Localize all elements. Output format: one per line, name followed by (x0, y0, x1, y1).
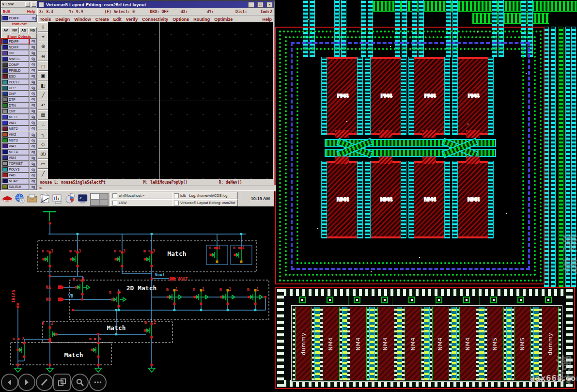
layer-purpose-ncap[interactable]: dg (30, 178, 37, 184)
layer-button-met4[interactable]: MET4 (1, 149, 29, 155)
layer-purpose-topmet[interactable]: dg (30, 161, 37, 167)
layer-button-met2[interactable]: MET2 (1, 125, 29, 131)
word-processor-icon[interactable] (39, 192, 51, 205)
task-button[interactable]: icfb - Log: /home/wh/CDS.log (172, 192, 238, 199)
search-button[interactable] (71, 374, 89, 391)
layer-button-esd[interactable]: ESD (1, 73, 29, 79)
copy-icon[interactable]: ▣ (38, 71, 48, 80)
layer-button-cnt[interactable]: CNT (1, 108, 29, 114)
layer-button-pad[interactable]: PAD (1, 172, 29, 178)
layer-purpose-met2[interactable]: dg (30, 125, 37, 131)
move-icon[interactable]: ◧ (38, 81, 48, 90)
path-icon[interactable]: ╱ (38, 91, 48, 100)
maximize-icon[interactable]: □ (257, 2, 264, 8)
layer-button-comp[interactable]: COMP (1, 62, 29, 67)
menu-help[interactable]: Help (262, 17, 272, 22)
layer-purpose-met4[interactable]: dg (30, 149, 37, 155)
rotate-icon[interactable]: ↶ (38, 101, 48, 110)
task-button[interactable]: LSW (110, 199, 173, 206)
layer-purpose-poly2[interactable]: dg (30, 79, 37, 85)
lsw-filter-nv[interactable]: NV (11, 27, 19, 33)
layer-button-pfield[interactable]: PFIELD (1, 67, 29, 73)
polygon-icon[interactable]: ◇ (38, 140, 48, 149)
layer-button-via3[interactable]: VIA3 (1, 143, 29, 149)
maximize-icon[interactable]: ▫ (31, 2, 36, 7)
layer-purpose-via3[interactable]: dg (30, 143, 37, 149)
menu-optimize[interactable]: Optimize (214, 17, 233, 22)
layer-button-topmet[interactable]: TOPMET (1, 161, 29, 167)
virtuoso-titlebar[interactable]: Virtuoso® Layout Editing: csm25rf test l… (37, 1, 274, 8)
menu-options[interactable]: Options (172, 17, 189, 22)
layer-purpose-comp[interactable]: dg (30, 62, 37, 67)
layer-button-dtn[interactable]: DTN (1, 102, 29, 108)
layer-button-dnp[interactable]: DNP (1, 91, 29, 96)
menu-edit[interactable]: Edit (113, 17, 122, 22)
layer-button-dtp[interactable]: DTP (1, 96, 29, 102)
workspace-pager[interactable] (90, 193, 109, 206)
layer-button-via1[interactable]: VIA1 (1, 120, 29, 125)
layer-button-dpp[interactable]: DPP (1, 85, 29, 91)
lsw-current-layer[interactable]: PDIFF dg (1, 15, 37, 22)
menu-tools[interactable]: Tools (40, 17, 51, 22)
layer-purpose-met1[interactable]: dg (30, 114, 37, 120)
layer-button-ncap[interactable]: NCAP (1, 178, 29, 184)
terminal-icon[interactable]: >_ (77, 192, 89, 205)
ruler-icon[interactable]: ╱ (38, 169, 48, 178)
zoom-out-icon[interactable]: ⊖ (38, 52, 48, 61)
menu-window[interactable]: Window (74, 17, 91, 22)
presentation-icon[interactable] (51, 192, 64, 205)
layout-edit-canvas[interactable] (48, 22, 273, 179)
spreadsheet-icon[interactable] (64, 192, 77, 205)
prev-button[interactable] (1, 374, 18, 391)
layer-purpose-esd[interactable]: dg (30, 73, 37, 79)
layer-purpose-dnp[interactable]: dg (30, 91, 37, 96)
copy-button[interactable] (53, 374, 71, 391)
layer-button-met3[interactable]: MET3 (1, 138, 29, 143)
layer-purpose-ndiff[interactable]: dg (30, 44, 37, 50)
layer-purpose-pad[interactable]: dg (30, 172, 37, 178)
more-button[interactable] (89, 374, 107, 391)
menu-routing[interactable]: Routing (193, 17, 210, 22)
layer-button-ndiff[interactable]: NDIFF (1, 44, 29, 50)
layer-purpose-dtp[interactable]: dg (30, 96, 37, 102)
lsw-filter-av[interactable]: AV (1, 27, 10, 33)
minimize-icon[interactable]: – (25, 2, 30, 7)
layer-purpose-poly3[interactable]: dg (30, 167, 37, 172)
layer-button-poly2[interactable]: POLY2 (1, 79, 29, 85)
redhat-menu-icon[interactable] (1, 192, 14, 205)
layer-button-via4[interactable]: VIA4 (1, 155, 29, 161)
layer-purpose-via4[interactable]: dg (30, 155, 37, 161)
layer-purpose-cnt[interactable]: dg (30, 108, 37, 114)
fit-view-icon[interactable]: ⌖ (38, 32, 48, 41)
close-icon[interactable]: × (266, 2, 273, 8)
layer-purpose-salblk[interactable]: dg (30, 184, 37, 190)
lsw-titlebar[interactable]: ∨ LSW – ▫ (1, 1, 37, 8)
rectangle-icon[interactable]: ▭ (38, 159, 48, 169)
menu-verify[interactable]: Verify (126, 17, 138, 22)
layer-button-poly3[interactable]: POLY3 (1, 167, 29, 172)
menu-create[interactable]: Create (95, 17, 109, 22)
layer-purpose-met3[interactable]: dg (30, 138, 37, 143)
lsw-filter-ns[interactable]: NS (29, 27, 37, 33)
label-icon[interactable]: ab (38, 149, 48, 158)
window-menu-icon[interactable] (39, 2, 44, 7)
layer-button-met1[interactable]: MET1 (1, 114, 29, 120)
instance-icon[interactable]: ▦ (38, 110, 48, 120)
layer-purpose-dtn[interactable]: dg (30, 102, 37, 108)
menu-design[interactable]: Design (55, 17, 70, 22)
email-icon[interactable] (26, 192, 39, 205)
task-button[interactable]: Virtuoso® Layout Editing: csm25rf (172, 199, 238, 206)
layer-purpose-via1[interactable]: dg (30, 120, 37, 125)
layer-button-pdiff[interactable]: PDIFF (1, 38, 29, 44)
zoom-in-icon[interactable]: ⊕ (38, 42, 48, 51)
minimize-icon[interactable]: – (248, 2, 254, 8)
layer-purpose-pfield[interactable]: dg (30, 67, 37, 73)
task-button[interactable]: wh@localhost:~ (110, 192, 173, 199)
lsw-filter-as[interactable]: AS (19, 27, 28, 33)
layer-button-via2[interactable]: VIA2 (1, 132, 29, 138)
layer-purpose-nwell[interactable]: dg (30, 56, 37, 62)
layer-purpose-dpp[interactable]: dg (30, 85, 37, 91)
save-icon[interactable]: ⇩ (38, 22, 48, 31)
lsw-menu-edit[interactable]: Edit (3, 9, 10, 14)
web-browser-icon[interactable] (14, 192, 26, 205)
